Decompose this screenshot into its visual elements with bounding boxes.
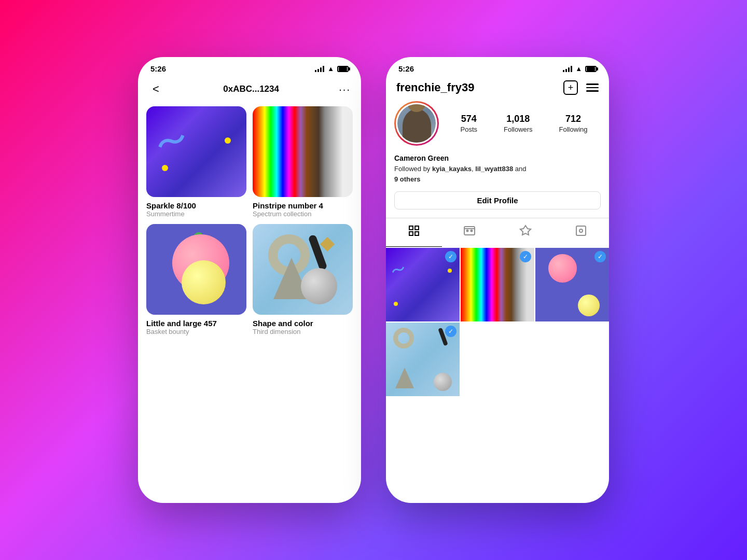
bio-followed-by: Followed by kyia_kayaks, lil_wyatt838 an… <box>394 164 601 184</box>
stat-followers[interactable]: 1,018 Followers <box>504 114 533 134</box>
nft-item-sparkle[interactable]: Sparkle 8/100 Summertime <box>146 106 246 218</box>
nft-header: < 0xABC...1234 ··· <box>138 76 361 106</box>
status-bar-2: 5:26 ▲ <box>386 57 609 76</box>
bio-friend-2: lil_wyatt838 <box>475 165 513 173</box>
sphere-shape <box>301 268 337 304</box>
svg-rect-4 <box>464 227 475 235</box>
stat-posts[interactable]: 574 Posts <box>460 114 477 134</box>
svg-point-10 <box>579 229 583 232</box>
nft-image-pinstripe <box>253 106 353 197</box>
posts-grid: 〜 ✓ ✓ ✓ <box>386 248 609 396</box>
mini-yellow-circle <box>578 295 600 316</box>
pinstripe-img <box>253 106 353 197</box>
reels-icon <box>463 225 476 240</box>
nft-subtitle-sparkle: Summertime <box>146 210 246 218</box>
nft-subtitle-pinstripe: Spectrum collection <box>253 210 353 218</box>
nft-title-pinstripe: Pinstripe number 4 <box>253 201 353 210</box>
status-icons-2: ▲ <box>563 65 597 73</box>
sparkle-dot-2 <box>225 137 231 144</box>
tab-reels[interactable] <box>442 218 498 247</box>
post-thumb-4[interactable]: ✓ <box>386 323 460 396</box>
nft-item-shape[interactable]: Shape and color Third dimension <box>253 224 353 335</box>
add-content-button[interactable]: + <box>563 80 578 95</box>
profile-stats: 574 Posts 1,018 Followers 712 Following <box>386 101 609 154</box>
wifi-icon-2: ▲ <box>575 65 582 73</box>
post-check-2: ✓ <box>520 251 531 262</box>
phone-2: 5:26 ▲ frenchie_fry39 + <box>386 57 609 503</box>
bio-others: 9 others <box>394 175 421 183</box>
nft-title-sparkle: Sparkle 8/100 <box>146 201 246 210</box>
yellow-circle-shape <box>182 260 226 304</box>
avatar-person <box>403 109 431 143</box>
bio-name: Cameron Green <box>394 154 601 162</box>
wifi-icon: ▲ <box>327 65 334 73</box>
collab-icon <box>575 225 587 240</box>
status-bar-1: 5:26 ▲ <box>138 57 361 76</box>
profile-bio: Cameron Green Followed by kyia_kayaks, l… <box>386 154 609 191</box>
svg-rect-3 <box>415 232 419 235</box>
time-2: 5:26 <box>398 64 414 73</box>
followers-count: 1,018 <box>504 114 533 124</box>
tab-collab[interactable] <box>554 218 610 247</box>
nft-subtitle-little: Basket bounty <box>146 328 246 335</box>
wave-decor: 〜 <box>388 259 408 282</box>
ribbon-shape <box>308 234 327 271</box>
menu-button[interactable] <box>586 83 599 92</box>
avatar-inner <box>396 103 437 144</box>
svg-rect-9 <box>576 226 586 235</box>
signal-icon-2 <box>563 66 572 72</box>
back-button[interactable]: < <box>148 80 163 98</box>
insta-header: frenchie_fry39 + <box>386 76 609 101</box>
mini-dot-1 <box>394 302 398 306</box>
post-thumb-3[interactable]: ✓ <box>535 248 609 321</box>
nft-image-sparkle <box>146 106 246 197</box>
post-check-3: ✓ <box>594 251 606 262</box>
stats-group: 574 Posts 1,018 Followers 712 Following <box>447 114 601 134</box>
avatar-head <box>407 104 426 112</box>
svg-point-5 <box>467 230 468 232</box>
nft-grid: Sparkle 8/100 Summertime Pinstripe numbe… <box>138 106 361 335</box>
mini-pink-circle <box>548 254 577 283</box>
signal-icon <box>315 66 324 72</box>
more-button[interactable]: ··· <box>339 83 351 95</box>
nft-item-pinstripe[interactable]: Pinstripe number 4 Spectrum collection <box>253 106 353 218</box>
status-icons-1: ▲ <box>315 65 349 73</box>
insta-username: frenchie_fry39 <box>396 81 474 94</box>
post-check-1: ✓ <box>445 251 457 262</box>
avatar-image <box>397 104 436 143</box>
nft-item-little[interactable]: Little and large 457 Basket bounty <box>146 224 246 335</box>
sparkle-dot-1 <box>162 165 168 171</box>
mini-dot-2 <box>448 269 452 273</box>
shape-img <box>253 224 353 315</box>
post-thumb-2[interactable]: ✓ <box>461 248 534 321</box>
nft-title: 0xABC...1234 <box>223 84 279 94</box>
stat-following[interactable]: 712 Following <box>559 114 588 134</box>
nft-image-shape <box>253 224 353 315</box>
svg-rect-1 <box>415 226 419 230</box>
tagged-icon <box>519 225 532 240</box>
mini-ring <box>393 328 414 348</box>
nft-title-shape: Shape and color <box>253 319 353 328</box>
nft-subtitle-shape: Third dimension <box>253 328 353 335</box>
profile-tabs <box>386 218 609 247</box>
tab-grid[interactable] <box>386 218 442 247</box>
time-1: 5:26 <box>150 64 166 73</box>
insta-header-icons: + <box>563 80 599 95</box>
bio-friend-1: kyia_kayaks <box>432 165 472 173</box>
svg-marker-8 <box>520 226 531 235</box>
following-label: Following <box>559 125 588 133</box>
followers-label: Followers <box>504 125 533 133</box>
svg-rect-2 <box>409 232 413 235</box>
post-check-4: ✓ <box>445 326 457 337</box>
little-img <box>146 224 246 315</box>
avatar-wrap <box>394 101 439 146</box>
edit-profile-button[interactable]: Edit Profile <box>394 191 601 209</box>
battery-icon-2 <box>585 66 597 72</box>
svg-rect-0 <box>409 226 413 230</box>
battery-icon <box>337 66 349 72</box>
tab-tagged[interactable] <box>497 218 554 247</box>
grid-icon <box>408 225 420 240</box>
mini-cone <box>395 368 414 388</box>
post-thumb-1[interactable]: 〜 ✓ <box>386 248 460 321</box>
following-count: 712 <box>559 114 588 124</box>
